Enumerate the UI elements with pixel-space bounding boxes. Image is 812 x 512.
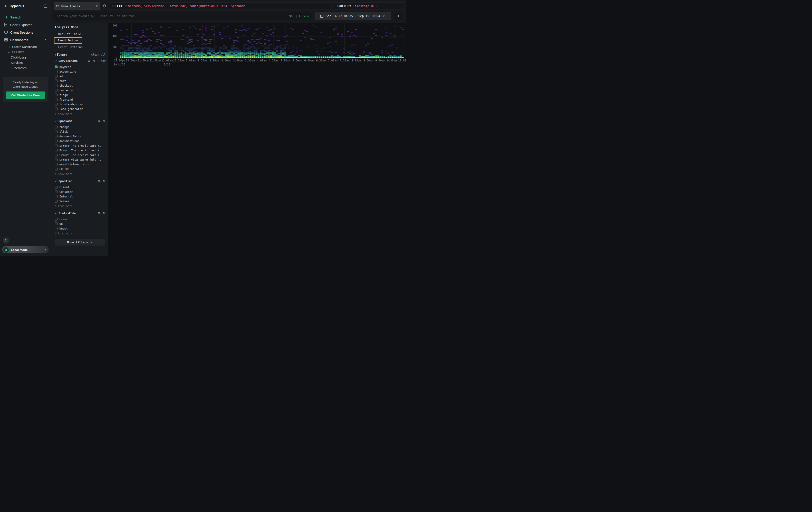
run-query-button[interactable] bbox=[394, 12, 403, 20]
sidebar-item-label: Chart Explorer bbox=[10, 23, 32, 27]
settings-gear-icon[interactable]: ⚙ bbox=[103, 4, 106, 8]
lucene-mode-button[interactable]: Lucene bbox=[299, 15, 309, 18]
checkbox[interactable] bbox=[55, 163, 58, 166]
pin-icon[interactable] bbox=[103, 212, 106, 215]
checkbox[interactable] bbox=[55, 222, 58, 225]
facet-checkbox-item[interactable]: checkout bbox=[55, 83, 106, 88]
checkbox[interactable] bbox=[55, 168, 58, 170]
show-more-button[interactable]: Show more bbox=[55, 172, 106, 176]
sidebar-preset-item[interactable]: Kubernetes bbox=[0, 65, 51, 71]
source-select[interactable]: Demo Traces bbox=[54, 2, 100, 10]
heatmap-plot[interactable] bbox=[120, 25, 404, 58]
sidebar-item-dashboards[interactable]: Dashboards bbox=[0, 36, 51, 44]
facet-clear-button[interactable]: Clear bbox=[97, 59, 106, 62]
facet-checkbox-item[interactable]: Error bbox=[55, 217, 106, 221]
checkbox[interactable] bbox=[55, 79, 58, 82]
load-more-button[interactable]: Load more bbox=[55, 205, 106, 208]
show-more-button[interactable]: Show more bbox=[55, 112, 106, 115]
facet-checkbox-item[interactable]: Ok bbox=[55, 221, 106, 226]
checkbox[interactable] bbox=[55, 149, 58, 152]
facet-checkbox-item[interactable]: Error: The credit card (… bbox=[55, 148, 106, 153]
facet-search-icon[interactable] bbox=[97, 180, 101, 183]
collapse-sidebar-icon[interactable] bbox=[44, 4, 47, 8]
checkbox[interactable] bbox=[55, 158, 58, 161]
facet-checkbox-item[interactable]: click bbox=[55, 129, 106, 134]
facet-checkbox-item[interactable]: EXPIRE bbox=[55, 167, 106, 171]
analysis-mode-item[interactable]: Event Deltas bbox=[54, 37, 82, 44]
create-dashboard-button[interactable]: + Create Dashboard bbox=[0, 44, 51, 49]
sidebar-preset-item[interactable]: Services bbox=[0, 60, 51, 65]
checkbox[interactable] bbox=[55, 75, 58, 78]
checkbox[interactable] bbox=[55, 200, 58, 203]
facet-checkbox-item[interactable]: Server bbox=[55, 199, 106, 204]
facet-checkbox-item[interactable]: ad bbox=[55, 74, 106, 79]
checkbox[interactable] bbox=[55, 190, 58, 193]
checkbox[interactable] bbox=[55, 130, 58, 133]
checkbox[interactable] bbox=[55, 140, 58, 142]
facet-group-header[interactable]: StatusCode bbox=[55, 212, 106, 215]
facet-checkbox-item[interactable]: change bbox=[55, 125, 106, 129]
checkbox[interactable] bbox=[55, 65, 58, 68]
facet-group-header[interactable]: ServiceName Clear bbox=[55, 59, 106, 62]
checkbox[interactable] bbox=[55, 218, 58, 221]
facet-checkbox-item[interactable]: flagd bbox=[55, 92, 106, 97]
facet-search-icon[interactable] bbox=[97, 119, 101, 123]
facet-checkbox-item[interactable]: accounting bbox=[55, 69, 106, 74]
facet-checkbox-item[interactable]: eventListener.error bbox=[55, 162, 106, 167]
checkbox[interactable] bbox=[55, 84, 58, 87]
sql-select-input[interactable]: SELECT Timestamp, ServiceName, StatusCod… bbox=[109, 2, 331, 10]
sidebar-item-client-sessions[interactable]: Client Sessions bbox=[0, 28, 51, 36]
load-more-button[interactable]: Load more bbox=[55, 232, 106, 235]
facet-checkbox-item[interactable]: Error: The credit card (… bbox=[55, 143, 106, 148]
facet-checkbox-item[interactable]: Unset bbox=[55, 226, 106, 231]
facet-checkbox-item[interactable]: frontend bbox=[55, 97, 106, 102]
facet-checkbox-item[interactable]: load-generator bbox=[55, 107, 106, 111]
facet-checkbox-item[interactable]: Consumer bbox=[55, 189, 106, 194]
facet-search-icon[interactable] bbox=[97, 212, 101, 215]
date-range-picker[interactable]: Sep 14 22:04:35 - Sep 15 10:04:35 bbox=[315, 12, 391, 20]
more-filters-button[interactable]: More filters bbox=[55, 239, 105, 246]
order-by-input[interactable]: ORDER BY Timestamp DESC bbox=[334, 2, 403, 10]
pin-icon[interactable] bbox=[103, 180, 106, 183]
facet-checkbox-item[interactable]: frontend-proxy bbox=[55, 102, 106, 107]
checkbox[interactable] bbox=[55, 135, 58, 138]
facet-checkbox-item[interactable]: Internal bbox=[55, 194, 106, 199]
facet-checkbox-item[interactable]: documentLoad bbox=[55, 139, 106, 143]
facet-checkbox-item[interactable]: Error: The credit card (… bbox=[55, 153, 106, 157]
facet-checkbox-item[interactable]: currency bbox=[55, 88, 106, 92]
search-input[interactable] bbox=[57, 14, 288, 18]
user-menu[interactable]: U Local mode bbox=[2, 246, 49, 253]
checkbox[interactable] bbox=[55, 227, 58, 230]
sidebar-item-chart-explorer[interactable]: Chart Explorer bbox=[0, 21, 51, 28]
presets-toggle[interactable]: PRESETS bbox=[0, 49, 51, 55]
facet-checkbox-item[interactable]: documentFetch bbox=[55, 134, 106, 139]
checkbox[interactable] bbox=[55, 93, 58, 97]
checkbox[interactable] bbox=[55, 144, 58, 147]
pin-icon[interactable] bbox=[93, 59, 96, 62]
facet-checkbox-item[interactable]: Client bbox=[55, 185, 106, 189]
sidebar-item-search[interactable]: Search bbox=[0, 14, 51, 21]
clear-all-button[interactable]: Clear all bbox=[91, 53, 106, 56]
checkbox[interactable] bbox=[55, 98, 58, 101]
sql-mode-button[interactable]: SQL bbox=[289, 15, 294, 18]
get-started-button[interactable]: Get Started for Free bbox=[6, 91, 45, 99]
checkbox[interactable] bbox=[55, 195, 58, 198]
facet-checkbox-item[interactable]: Error: Visa cache full: … bbox=[55, 157, 106, 162]
checkbox[interactable] bbox=[55, 103, 58, 106]
sidebar-preset-item[interactable]: ClickHouse bbox=[0, 55, 51, 60]
checkbox[interactable] bbox=[55, 186, 58, 189]
analysis-mode-item[interactable]: Results Table bbox=[55, 31, 84, 36]
help-button[interactable]: ? bbox=[3, 237, 9, 244]
facet-checkbox-item[interactable]: payment bbox=[55, 64, 106, 69]
checkbox[interactable] bbox=[55, 126, 58, 129]
facet-group-header[interactable]: SpanKind bbox=[55, 180, 106, 183]
analysis-mode-item[interactable]: Event Patterns bbox=[55, 44, 86, 50]
facet-search-icon[interactable] bbox=[88, 59, 91, 62]
checkbox[interactable] bbox=[55, 89, 58, 92]
checkbox[interactable] bbox=[55, 154, 58, 157]
pin-icon[interactable] bbox=[103, 119, 106, 123]
checkbox[interactable] bbox=[55, 108, 58, 110]
facet-checkbox-item[interactable]: cart bbox=[55, 79, 106, 83]
facet-group-header[interactable]: SpanName bbox=[55, 119, 106, 123]
checkbox[interactable] bbox=[55, 70, 58, 73]
